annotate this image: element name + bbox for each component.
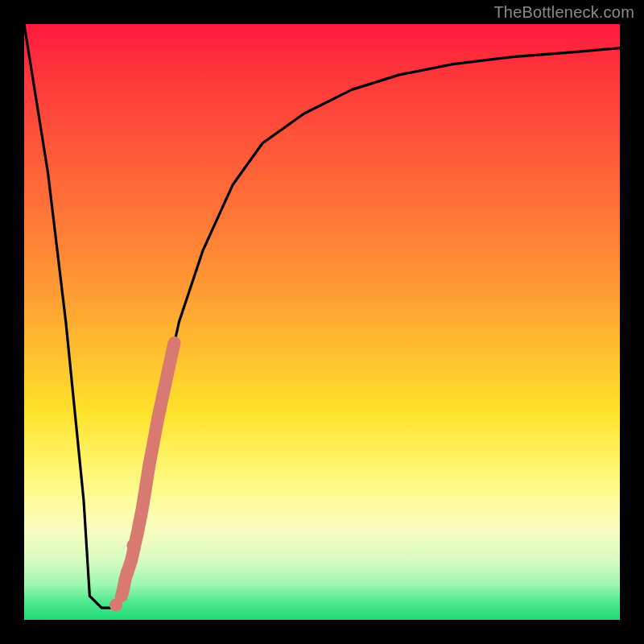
highlight-dot [115,589,128,602]
highlight-segment [122,343,174,593]
highlight-dots [109,539,139,612]
highlight-dot [121,566,134,579]
source-attribution: TheBottleneck.com [493,3,634,22]
highlight-dot [126,539,139,552]
chart-overlay-svg [24,24,620,620]
bottleneck-curve [24,24,620,608]
chart-frame: TheBottleneck.com [0,0,644,644]
